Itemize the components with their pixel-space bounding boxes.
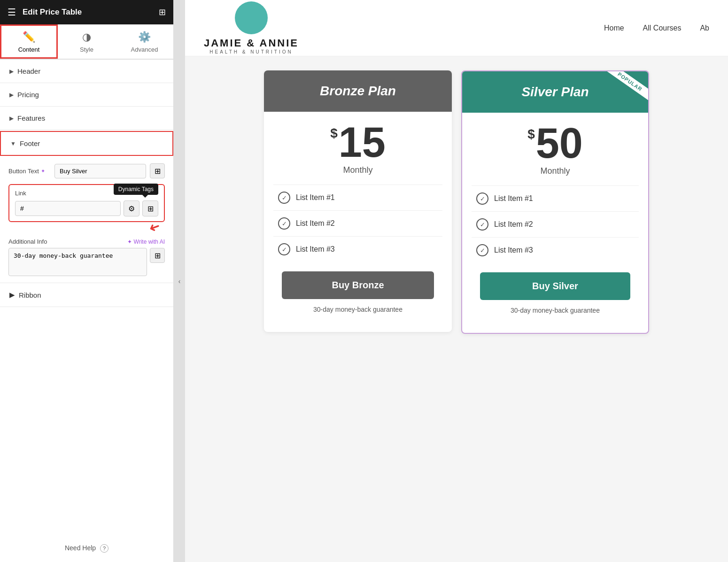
preview-nav: JAMIE & ANNIE HEALTH & NUTRITION Home Al… [185,0,728,56]
link-input[interactable] [15,201,121,216]
check-icon-s1: ✓ [476,192,488,205]
bronze-feature-1: ✓ List Item #1 [273,185,442,210]
silver-feature-3: ✓ List Item #3 [472,237,639,263]
tab-style[interactable]: ◑ Style [58,24,116,59]
pricing-area: Bronze Plan $ 15 Monthly ✓ List Item #1 [185,56,728,562]
section-pricing-label: Pricing [17,91,39,99]
bronze-feature-3: ✓ List Item #3 [273,236,442,262]
bronze-price-dollar: $ [330,126,338,141]
section-features[interactable]: ▶ Features [0,107,173,130]
brand-sub: HEALTH & NUTRITION [209,49,293,54]
silver-features-list: ✓ List Item #1 ✓ List Item #2 ✓ List Ite… [472,185,639,263]
silver-feature-1: ✓ List Item #1 [472,185,639,211]
silver-card: Silver Plan POPULAR $ 50 Monthly ✓ List … [461,70,649,334]
silver-feature-3-label: List Item #3 [494,246,533,254]
button-text-row: Button Text ✦ ⊞ [8,163,165,178]
pencil-icon: ✏️ [23,31,35,43]
nav-links: Home All Courses Ab [604,24,709,32]
bronze-price-display: $ 15 [273,121,442,163]
silver-cta-button[interactable]: Buy Silver [480,272,630,300]
link-input-row: ⚙ ⊞ Dynamic Tags [15,200,158,216]
silver-card-title: Silver Plan [472,85,639,100]
section-pricing[interactable]: ▶ Pricing [0,83,173,107]
nav-link-courses[interactable]: All Courses [643,24,682,32]
check-icon-s2: ✓ [476,218,488,231]
arrow-spacer [8,229,165,238]
bronze-card-header: Bronze Plan [264,70,452,112]
bronze-cta-button[interactable]: Buy Bronze [282,271,434,299]
nav-link-ab[interactable]: Ab [700,24,709,32]
bronze-features-list: ✓ List Item #1 ✓ List Item #2 ✓ List Ite… [273,185,442,262]
silver-feature-1-label: List Item #1 [494,194,533,203]
gear-icon: ⚙️ [138,31,151,43]
section-ribbon[interactable]: ▶ Ribbon [0,283,173,307]
grid-icon[interactable]: ⊞ [159,7,166,17]
silver-price-period: Monthly [472,166,639,176]
bronze-card-title: Bronze Plan [273,84,442,99]
button-text-label: Button Text ✦ [8,168,51,175]
silver-card-header: Silver Plan POPULAR [462,71,648,113]
chevron-down-icon: ▼ [10,140,16,147]
chevron-right-icon-3: ▶ [9,115,14,122]
chevron-right-icon-2: ▶ [9,92,14,98]
help-icon[interactable]: ? [100,544,108,553]
tabs-row: ✏️ Content ◑ Style ⚙️ Advanced [0,24,173,60]
silver-price-display: $ 50 [472,122,639,164]
section-ribbon-label: Ribbon [19,291,41,299]
brand-circle [235,1,268,34]
check-icon-3: ✓ [278,243,290,255]
additional-info-label-text: Additional Info [8,238,47,245]
db-btn-wrapper: ⊞ Dynamic Tags [142,200,158,216]
hamburger-icon[interactable]: ☰ [8,7,16,18]
need-help-label: Need Help [65,544,96,552]
left-panel: ☰ Edit Price Table ⊞ ✏️ Content ◑ Style … [0,0,174,562]
collapse-handle[interactable]: ‹ [174,0,185,562]
link-db-button[interactable]: ⊞ [142,200,158,216]
check-icon-s3: ✓ [476,244,488,256]
tab-content[interactable]: ✏️ Content [0,24,58,59]
right-panel: JAMIE & ANNIE HEALTH & NUTRITION Home Al… [185,0,728,562]
bronze-feature-3-label: List Item #3 [296,245,335,254]
section-footer[interactable]: ▼ Footer [0,131,173,156]
additional-info-textarea[interactable]: 30-day money-back guarantee [8,248,147,276]
silver-card-body: $ 50 Monthly ✓ List Item #1 ✓ List Item … [462,113,648,333]
tab-content-label: Content [18,46,40,53]
button-text-db-icon[interactable]: ⊞ [150,163,165,178]
bronze-price-amount: 15 [339,121,386,163]
ai-sparkle-icon: ✦ [41,168,45,174]
tab-advanced-label: Advanced [131,46,158,53]
section-header-label: Header [17,67,40,75]
section-header[interactable]: ▶ Header [0,60,173,83]
check-icon-1: ✓ [278,192,290,204]
bronze-feature-1-label: List Item #1 [296,193,335,202]
check-icon-2: ✓ [278,217,290,230]
button-text-input[interactable] [54,164,146,178]
bronze-feature-2-label: List Item #2 [296,219,335,228]
additional-info-db-icon[interactable]: ⊞ [150,248,165,263]
additional-info-header: Additional Info ✦ Write with AI [8,238,165,245]
tab-style-label: Style [80,46,93,53]
nav-link-home[interactable]: Home [604,24,624,32]
silver-feature-2-label: List Item #2 [494,220,533,229]
dynamic-tags-tooltip: Dynamic Tags [114,184,158,195]
bronze-price-period: Monthly [273,165,442,175]
silver-price-dollar: $ [527,127,535,142]
chevron-right-icon: ▶ [9,68,14,75]
silver-feature-2: ✓ List Item #2 [472,211,639,237]
bronze-card-body: $ 15 Monthly ✓ List Item #1 ✓ List Item … [264,112,452,332]
link-gear-button[interactable]: ⚙ [124,200,139,216]
chevron-right-icon-4: ▶ [9,291,15,299]
cards-row: Bronze Plan $ 15 Monthly ✓ List Item #1 [204,70,709,334]
section-features-label: Features [17,114,45,122]
silver-guarantee: 30-day money-back guarantee [472,307,639,323]
write-ai-button[interactable]: ✦ Write with AI [127,239,165,245]
link-box: Link ⚙ ⊞ Dynamic Tags ➜ [8,184,165,222]
bronze-guarantee: 30-day money-back guarantee [273,306,442,323]
contrast-icon: ◑ [82,31,91,43]
top-bar: ☰ Edit Price Table ⊞ [0,0,173,24]
bronze-feature-2: ✓ List Item #2 [273,210,442,236]
additional-info-row: 30-day money-back guarantee ⊞ [8,248,165,276]
brand-name: JAMIE & ANNIE [204,37,299,49]
brand-logo: JAMIE & ANNIE HEALTH & NUTRITION [204,1,299,54]
tab-advanced[interactable]: ⚙️ Advanced [116,24,173,59]
